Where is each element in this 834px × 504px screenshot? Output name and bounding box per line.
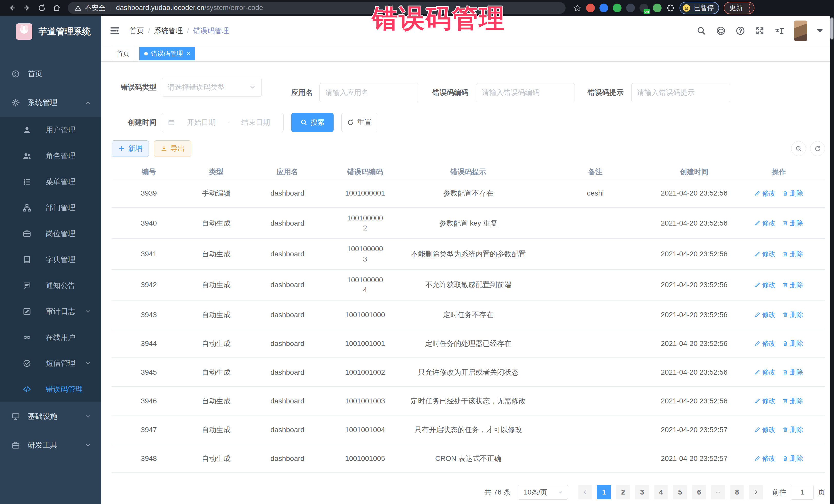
date-range-picker[interactable]: 开始日期 - 结束日期 <box>162 113 284 132</box>
font-size-icon[interactable] <box>774 26 784 36</box>
edit-link[interactable]: 修改 <box>754 218 775 227</box>
security-label[interactable]: 不安全 <box>85 3 106 13</box>
page-button[interactable]: 8 <box>730 485 744 499</box>
browser-menu-icon[interactable] <box>748 4 751 12</box>
extension-key-icon[interactable] <box>653 4 662 12</box>
edit-link[interactable]: 修改 <box>754 189 775 198</box>
sidebar-item[interactable]: 部门管理 <box>0 195 101 221</box>
edit-link[interactable]: 修改 <box>754 339 775 348</box>
home-icon[interactable] <box>52 4 61 12</box>
bookmark-star-icon[interactable] <box>573 4 581 12</box>
search-button[interactable]: 搜索 <box>291 113 334 132</box>
reset-button[interactable]: 重置 <box>341 113 377 132</box>
window-scrollbar[interactable] <box>830 16 834 504</box>
page-button[interactable] <box>578 485 592 499</box>
delete-link[interactable]: 删除 <box>782 339 803 348</box>
sidebar-item[interactable]: 在线用户 <box>0 324 101 350</box>
github-icon[interactable] <box>716 26 726 36</box>
error-message-field[interactable] <box>631 83 730 102</box>
page-button[interactable] <box>749 485 763 499</box>
extension-gem-icon[interactable] <box>599 4 608 12</box>
extension-switch-icon[interactable]: on <box>639 4 648 12</box>
delete-link[interactable]: 删除 <box>782 189 803 198</box>
delete-link[interactable]: 删除 <box>782 249 803 258</box>
page-button[interactable]: 6 <box>692 485 706 499</box>
delete-link[interactable]: 删除 <box>782 454 803 463</box>
app-name-input[interactable] <box>325 89 412 97</box>
edit-link[interactable]: 修改 <box>754 425 775 434</box>
edit-link[interactable]: 修改 <box>754 310 775 319</box>
address-bar[interactable]: 不安全 dashboard.yudao.iocoder.cn/system/er… <box>68 2 566 14</box>
back-icon[interactable] <box>8 4 17 12</box>
delete-link[interactable]: 删除 <box>782 368 803 377</box>
edit-link[interactable]: 修改 <box>754 454 775 463</box>
error-code-input[interactable] <box>482 89 569 97</box>
extension-orange-icon[interactable] <box>586 4 595 12</box>
delete-link[interactable]: 删除 <box>782 280 803 289</box>
page-button[interactable]: 2 <box>616 485 630 499</box>
export-button[interactable]: 导出 <box>154 140 191 157</box>
app-logo <box>16 23 32 40</box>
sidebar-item[interactable]: 通知公告 <box>0 272 101 299</box>
fullscreen-icon[interactable] <box>755 26 765 36</box>
tab[interactable]: 错误码管理 × <box>139 47 195 60</box>
sidebar-item[interactable]: 首页 <box>0 60 101 88</box>
breadcrumb-home[interactable]: 首页 <box>130 26 144 36</box>
error-code-field[interactable] <box>476 83 575 102</box>
cell-create-time: 2021-04-20 23:52:56 <box>656 333 733 354</box>
sidebar-item[interactable]: 基础设施 <box>0 402 101 431</box>
error-message-input[interactable] <box>637 89 724 97</box>
forward-icon[interactable] <box>23 4 31 12</box>
toggle-search-button[interactable] <box>791 141 806 156</box>
delete-link[interactable]: 删除 <box>782 310 803 319</box>
sidebar-item[interactable]: 字典管理 <box>0 247 101 272</box>
help-icon[interactable] <box>736 26 745 36</box>
chevron-down-icon[interactable] <box>817 29 823 32</box>
sidebar-item[interactable]: 研发工具 <box>0 431 101 460</box>
delete-link[interactable]: 删除 <box>782 425 803 434</box>
sidebar-item[interactable]: 角色管理 <box>0 143 101 169</box>
sidebar-item[interactable]: 错误码管理 <box>0 376 101 402</box>
extension-tiles-icon[interactable] <box>626 4 635 12</box>
cell-remark <box>535 338 656 349</box>
sidebar-item[interactable]: 岗位管理 <box>0 221 101 247</box>
start-date-placeholder[interactable]: 开始日期 <box>179 117 223 127</box>
app-name-field[interactable] <box>320 83 418 102</box>
puzzle-icon[interactable] <box>666 4 675 12</box>
end-date-placeholder[interactable]: 结束日期 <box>234 117 278 127</box>
edit-link[interactable]: 修改 <box>754 396 775 406</box>
header-search-icon[interactable] <box>697 26 706 36</box>
page-size-select[interactable]: 10条/页 <box>518 485 568 500</box>
edit-link[interactable]: 修改 <box>754 280 775 289</box>
top-navbar: 首页 / 系统管理 / 错误码管理 <box>101 16 830 46</box>
user-avatar[interactable] <box>794 21 807 41</box>
page-button[interactable]: 3 <box>635 485 649 499</box>
hamburger-icon[interactable] <box>109 25 120 37</box>
page-button[interactable]: 1 <box>597 485 611 499</box>
add-button[interactable]: 新增 <box>112 140 149 157</box>
browser-profile-chip[interactable]: 已暂停 <box>680 2 719 14</box>
goto-page-input[interactable]: 1 <box>791 485 814 500</box>
sidebar-item[interactable]: 短信管理 <box>0 350 101 376</box>
browser-update-button[interactable]: 更新 <box>724 2 754 14</box>
page-button[interactable]: 4 <box>654 485 668 499</box>
edit-link[interactable]: 修改 <box>754 368 775 377</box>
sidebar-item[interactable]: 菜单管理 <box>0 169 101 195</box>
page-button[interactable] <box>711 485 725 499</box>
delete-link[interactable]: 删除 <box>782 218 803 227</box>
breadcrumb-system[interactable]: 系统管理 <box>154 26 183 36</box>
close-icon[interactable]: × <box>186 50 190 57</box>
delete-link[interactable]: 删除 <box>782 396 803 406</box>
edit-link[interactable]: 修改 <box>754 249 775 258</box>
tab[interactable]: 首页 <box>112 47 134 60</box>
extension-green-icon[interactable] <box>613 4 621 12</box>
sidebar-logo-row[interactable]: 芋道管理系统 <box>0 16 101 47</box>
sidebar-item[interactable]: 用户管理 <box>0 117 101 143</box>
error-type-select[interactable]: 请选择错误码类型 <box>162 78 262 97</box>
scrollbar-thumb[interactable] <box>830 18 833 40</box>
sidebar-item[interactable]: 系统管理 <box>0 88 101 117</box>
refresh-table-button[interactable] <box>810 141 825 156</box>
page-button[interactable]: 5 <box>673 485 687 499</box>
sidebar-item[interactable]: 审计日志 <box>0 299 101 324</box>
reload-icon[interactable] <box>38 4 46 12</box>
